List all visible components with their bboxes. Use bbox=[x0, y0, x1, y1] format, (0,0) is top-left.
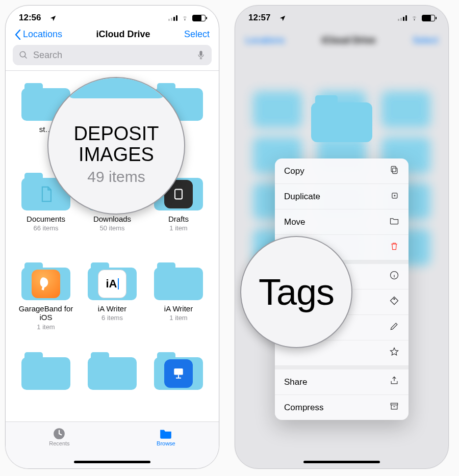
status-time: 12:56 bbox=[19, 13, 41, 23]
svg-rect-5 bbox=[391, 166, 396, 172]
blurred-nav: LocationsiCloud DriveSelect bbox=[235, 32, 448, 49]
trash-icon bbox=[389, 241, 399, 254]
search-input[interactable] bbox=[32, 49, 196, 61]
svg-rect-2 bbox=[174, 368, 183, 375]
menu-item-duplicate[interactable]: Duplicate bbox=[275, 184, 409, 209]
folder-icon bbox=[158, 427, 173, 440]
location-arrow-icon bbox=[279, 14, 286, 24]
search-icon bbox=[19, 50, 28, 60]
menu-item-copy[interactable]: Copy bbox=[275, 158, 409, 184]
screenshot-browse: 12:56 Locations iCloud Drive Select bbox=[5, 5, 219, 469]
folder-name: Drafts bbox=[168, 215, 189, 223]
copy-icon bbox=[389, 165, 399, 177]
star-icon bbox=[389, 347, 399, 359]
battery-icon bbox=[422, 15, 435, 21]
tag-icon bbox=[389, 296, 399, 308]
cellular-icon bbox=[398, 15, 407, 21]
duplicate-icon bbox=[389, 190, 399, 203]
folder-item[interactable]: GarageBand for iOS1 item bbox=[13, 262, 79, 349]
menu-item-label: Copy bbox=[284, 166, 389, 176]
home-indicator[interactable] bbox=[303, 461, 380, 463]
mic-icon[interactable] bbox=[196, 50, 206, 60]
folder-item[interactable]: iAiA Writer6 items bbox=[79, 262, 145, 349]
callout-line1: DEPOSIT bbox=[74, 123, 159, 144]
keynote-icon bbox=[154, 357, 203, 390]
plain-icon bbox=[21, 357, 70, 390]
menu-item-label: Compress bbox=[284, 403, 389, 413]
battery-icon bbox=[192, 15, 206, 21]
archive-icon bbox=[389, 401, 399, 414]
nav-title: iCloud Drive bbox=[96, 29, 150, 40]
menu-item-label: Share bbox=[284, 377, 389, 387]
wifi-icon bbox=[181, 15, 189, 21]
share-icon bbox=[389, 376, 399, 388]
select-button[interactable]: Select bbox=[184, 29, 210, 40]
plain-icon bbox=[154, 268, 203, 300]
callout-subtitle: 49 items bbox=[87, 168, 145, 186]
focused-folder[interactable] bbox=[311, 95, 372, 142]
search-field[interactable] bbox=[13, 45, 212, 65]
tab-recents-label: Recents bbox=[49, 440, 69, 446]
status-bar: 12:57 bbox=[235, 6, 448, 26]
info-icon bbox=[389, 270, 399, 283]
svg-rect-9 bbox=[391, 403, 397, 405]
status-time: 12:57 bbox=[248, 13, 270, 23]
nav-bar: Locations iCloud Drive Select bbox=[6, 26, 219, 45]
svg-point-8 bbox=[394, 299, 395, 300]
folder-subtitle: 1 item bbox=[37, 323, 55, 331]
svg-rect-1 bbox=[175, 190, 182, 199]
folder-name: GarageBand for iOS bbox=[15, 304, 76, 322]
wifi-icon bbox=[410, 15, 419, 21]
clock-icon bbox=[52, 427, 67, 440]
callout-tags: Tags bbox=[240, 236, 352, 348]
menu-item-folder[interactable]: Move bbox=[275, 209, 409, 235]
pencil-icon bbox=[389, 321, 399, 334]
callout-deposit-images: DEPOSIT IMAGES 49 items bbox=[47, 77, 185, 215]
folder-subtitle: 1 item bbox=[169, 314, 187, 322]
tab-browse-label: Browse bbox=[157, 440, 175, 446]
home-indicator[interactable] bbox=[74, 461, 150, 463]
menu-item-share[interactable]: Share bbox=[275, 369, 409, 395]
menu-item-label: Move bbox=[284, 217, 389, 227]
folder-subtitle: 50 items bbox=[99, 224, 124, 232]
callout-line2: IMAGES bbox=[79, 144, 154, 165]
status-bar: 12:56 bbox=[6, 6, 219, 26]
ia-icon: iA bbox=[88, 268, 137, 300]
folder-name: Documents bbox=[27, 215, 65, 223]
folder-subtitle: 1 item bbox=[169, 224, 187, 232]
tab-browse[interactable]: Browse bbox=[157, 427, 175, 446]
folder-name: iA Writer bbox=[98, 304, 126, 313]
cellular-icon bbox=[168, 15, 177, 21]
gb-icon bbox=[21, 268, 70, 300]
folder-item[interactable]: iA Writer1 item bbox=[145, 262, 212, 349]
folder-icon bbox=[389, 216, 399, 228]
menu-item-archive[interactable]: Compress bbox=[275, 395, 409, 420]
folder-name: Downloads bbox=[93, 215, 131, 223]
plain-icon bbox=[88, 357, 137, 390]
back-button[interactable]: Locations bbox=[15, 29, 62, 40]
svg-rect-4 bbox=[393, 168, 397, 174]
screenshot-context-menu: 12:57 LocationsiCloud DriveSelect CopyDu… bbox=[235, 5, 449, 469]
callout-text: Tags bbox=[259, 271, 334, 313]
tab-bar: Recents Browse bbox=[6, 421, 219, 468]
folder-subtitle: 6 items bbox=[101, 314, 123, 322]
location-arrow-icon bbox=[49, 14, 57, 24]
folder-name: iA Writer bbox=[164, 304, 193, 313]
back-label: Locations bbox=[23, 29, 62, 40]
folder-subtitle: 66 items bbox=[33, 224, 58, 232]
menu-item-label: Duplicate bbox=[284, 192, 389, 202]
tab-recents[interactable]: Recents bbox=[49, 427, 69, 446]
chevron-left-icon bbox=[15, 30, 21, 40]
